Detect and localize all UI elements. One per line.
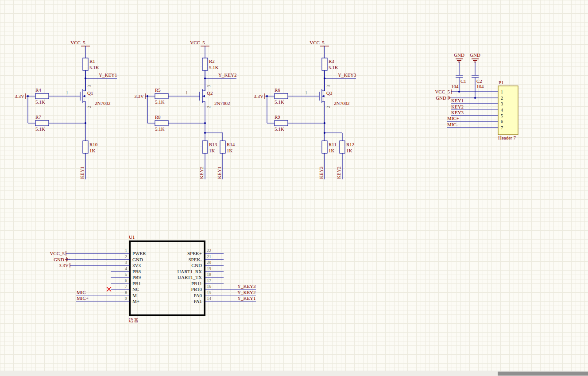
- resistor-body[interactable]: [322, 58, 327, 70]
- resistor-body[interactable]: [155, 93, 168, 99]
- resistor-R9[interactable]: R9 5.1K: [275, 114, 288, 132]
- cap-value[interactable]: 104: [451, 84, 459, 89]
- resistor-ref[interactable]: R5: [155, 87, 161, 93]
- net-label[interactable]: Y_KEY2: [237, 290, 256, 295]
- power-port-3v3[interactable]: 3.3V: [15, 93, 35, 123]
- resistor-R2[interactable]: R2 5.1K: [202, 58, 219, 70]
- header-net-key2[interactable]: KEY2: [451, 104, 498, 110]
- resistor-value[interactable]: 5.1K: [35, 99, 45, 105]
- header-P1[interactable]: P1 1 2 3 4 5 6 7 Header 7: [498, 80, 518, 140]
- power-port-vcc5[interactable]: VCC_5: [70, 40, 90, 58]
- net-label[interactable]: GND: [436, 95, 446, 101]
- header-net-gnd[interactable]: GND: [436, 95, 498, 101]
- wire[interactable]: [26, 96, 35, 123]
- net-label[interactable]: MIC-: [447, 122, 458, 127]
- resistor-body[interactable]: [202, 58, 208, 70]
- ic-net-3v3[interactable]: 3.3V: [59, 263, 130, 268]
- resistor-ref[interactable]: R6: [275, 87, 280, 93]
- resistor-R7[interactable]: R7 5.1K: [35, 114, 49, 132]
- resistor-ref[interactable]: R8: [155, 114, 161, 120]
- resistor-R12[interactable]: R12 1K: [340, 141, 354, 153]
- net-label[interactable]: MIC-: [77, 290, 88, 295]
- horizontal-scrollbar[interactable]: [0, 371, 588, 376]
- resistor-ref[interactable]: R9: [275, 114, 280, 120]
- net-label[interactable]: GND: [54, 257, 64, 262]
- ic-ref[interactable]: U1: [129, 234, 135, 240]
- header-net-vcc5[interactable]: VCC_5: [435, 89, 498, 94]
- gnd-label[interactable]: GND: [470, 52, 480, 58]
- fet-part[interactable]: 2N7002: [334, 101, 349, 106]
- ic-comment[interactable]: 语音: [128, 318, 139, 323]
- header-net-mic-minus[interactable]: MIC-: [447, 122, 498, 128]
- resistor-value[interactable]: 5.1K: [275, 126, 284, 132]
- net-label-key[interactable]: KEY3: [318, 166, 324, 179]
- connector-ref[interactable]: P1: [499, 80, 504, 85]
- ic-net-gnd[interactable]: GND: [54, 257, 130, 262]
- resistor-body[interactable]: [340, 141, 345, 153]
- resistor-ref[interactable]: R13: [209, 142, 217, 147]
- resistor-R4[interactable]: R4 5.1K: [35, 87, 49, 105]
- resistor-body[interactable]: [322, 141, 327, 153]
- fet-ref[interactable]: Q1: [87, 90, 93, 96]
- power-net-label[interactable]: 3.3V: [15, 93, 24, 99]
- resistor-body[interactable]: [35, 93, 49, 99]
- resistor-ref[interactable]: R10: [89, 142, 98, 147]
- resistor-value[interactable]: 1K: [227, 148, 233, 153]
- resistor-value[interactable]: 5.1K: [155, 99, 165, 105]
- fet-part[interactable]: 2N7002: [214, 101, 230, 106]
- resistor-value[interactable]: 1K: [346, 148, 352, 153]
- net-label[interactable]: 3.3V: [59, 263, 69, 268]
- resistor-ref[interactable]: R12: [346, 142, 354, 147]
- power-net-label[interactable]: VCC_5: [309, 40, 325, 45]
- gnd-port-1[interactable]: GND: [454, 52, 464, 75]
- resistor-body[interactable]: [83, 141, 88, 153]
- net-label[interactable]: VCC_5: [435, 89, 450, 94]
- net-label[interactable]: Y_KEY3: [237, 283, 256, 289]
- net-label[interactable]: KEY1: [451, 98, 464, 103]
- resistor-R14[interactable]: R14 1K: [220, 141, 235, 153]
- capacitor-C2[interactable]: C2 104: [472, 75, 484, 98]
- net-label-key[interactable]: KEY1: [217, 167, 222, 179]
- power-net-label[interactable]: VCC_5: [190, 40, 205, 45]
- resistor-body[interactable]: [83, 58, 88, 70]
- resistor-ref[interactable]: R7: [35, 114, 41, 120]
- resistor-value[interactable]: 1K: [89, 148, 96, 153]
- resistor-ref[interactable]: R1: [89, 58, 95, 64]
- gnd-port-2[interactable]: GND: [470, 52, 480, 75]
- capacitor-symbol[interactable]: [456, 75, 463, 78]
- power-net-label[interactable]: VCC_5: [70, 40, 85, 45]
- wire[interactable]: [265, 96, 275, 123]
- resistor-body[interactable]: [202, 141, 208, 153]
- ic-net-mic-minus[interactable]: MIC-: [76, 290, 130, 295]
- header-net-key3[interactable]: KEY3: [451, 110, 498, 116]
- fet-ref[interactable]: Q2: [207, 90, 213, 96]
- resistor-ref[interactable]: R4: [35, 87, 41, 93]
- resistor-value[interactable]: 5.1K: [275, 99, 284, 105]
- cap-ref[interactable]: C2: [476, 78, 482, 84]
- resistor-R13[interactable]: R13 1K: [202, 141, 217, 153]
- power-port-3v3[interactable]: 3.3V: [134, 93, 155, 123]
- resistor-R5[interactable]: R5 5.1K: [155, 87, 168, 105]
- resistor-ref[interactable]: R14: [227, 142, 235, 147]
- net-label[interactable]: KEY3: [451, 110, 464, 115]
- wire[interactable]: [168, 70, 205, 141]
- power-port-3v3[interactable]: 3.3V: [254, 93, 275, 123]
- resistor-R6[interactable]: R6 5.1K: [275, 87, 288, 105]
- connector-comment[interactable]: Header 7: [498, 135, 516, 140]
- ic-net-mic-plus[interactable]: MIC+: [76, 295, 130, 301]
- net-label-key[interactable]: KEY1: [79, 167, 85, 179]
- resistor-value[interactable]: 1K: [329, 148, 335, 153]
- wire[interactable]: [205, 133, 223, 141]
- mosfet-Q3[interactable]: Q3 2N7002 1 3 2: [288, 70, 349, 141]
- resistor-body[interactable]: [155, 120, 168, 126]
- net-label-output[interactable]: Y_KEY1: [85, 72, 117, 79]
- cap-value[interactable]: 104: [476, 84, 484, 89]
- resistor-ref[interactable]: R2: [209, 58, 215, 64]
- mosfet-Q2[interactable]: Q2 2N7002 1 3 2: [168, 70, 230, 141]
- resistor-body[interactable]: [275, 120, 288, 126]
- net-label-key[interactable]: KEY2: [199, 167, 204, 179]
- net-label[interactable]: Y_KEY3: [338, 72, 356, 78]
- power-port-vcc5[interactable]: VCC_5: [309, 40, 329, 58]
- cap-ref[interactable]: C1: [460, 78, 466, 84]
- net-label[interactable]: Y_KEY1: [237, 295, 256, 301]
